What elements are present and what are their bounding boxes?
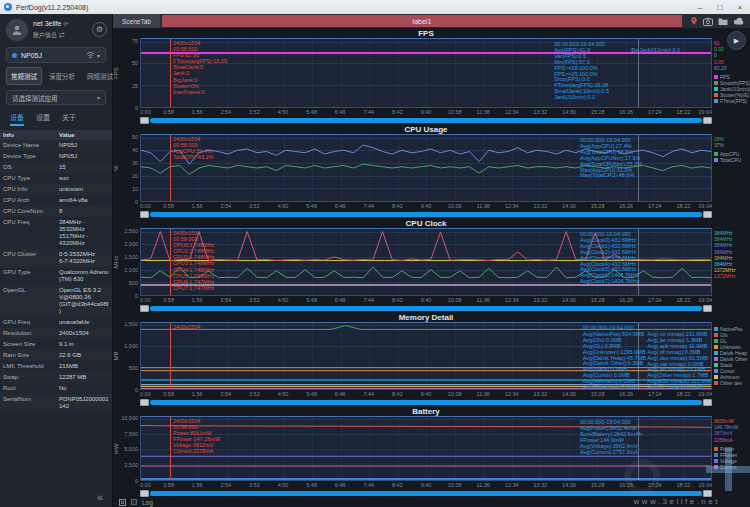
scrollbar-grip-left[interactable] <box>140 305 149 312</box>
legend-item[interactable]: Other dev <box>714 380 749 386</box>
x-tick-label: 12:34 <box>505 203 519 209</box>
pin-icon[interactable] <box>690 16 698 26</box>
x-tick-label: 17:24 <box>648 109 662 115</box>
table-row[interactable]: CPU CoreNum8 <box>0 206 112 217</box>
minimize-button[interactable]: – <box>690 0 710 14</box>
scrollbar-grip-left[interactable] <box>140 211 149 218</box>
user-name: net 3elife <box>33 20 61 27</box>
scrollbar-grip-right[interactable] <box>703 490 712 497</box>
y-tick-label: 0 <box>135 199 138 205</box>
legend-item[interactable]: FTime(FPS) <box>714 98 749 104</box>
legend-swatch <box>714 327 718 331</box>
table-row[interactable]: SerialNumPDNP05J2000001142 <box>0 394 112 412</box>
tab-about[interactable]: 关于 <box>62 112 76 126</box>
table-row[interactable]: OpenGLOpenGL ES 3.2 V@0800.36 (GIT@d3b44… <box>0 285 112 317</box>
table-row[interactable]: CPU Infounknown <box>0 184 112 195</box>
plot-area-cpu[interactable]: 2400x150400:58.000AppCPU:29.4%TotalCPU:4… <box>140 134 712 202</box>
sidebar-collapse-button[interactable]: « <box>97 492 103 502</box>
log-label: Log <box>142 499 153 506</box>
x-tick-label: 7:44 <box>363 297 374 303</box>
window-controls: – □ × <box>690 0 750 14</box>
expand-icon[interactable] <box>119 499 126 506</box>
x-tick-label: 5:48 <box>306 109 317 115</box>
x-tick-label: 7:44 <box>363 109 374 115</box>
scrollbar-grip-left[interactable] <box>140 490 149 497</box>
x-tick-label: 19:04 <box>698 203 712 209</box>
table-row[interactable]: RootNo <box>0 383 112 394</box>
scrollbar-grip-left[interactable] <box>140 117 149 124</box>
log-checkbox[interactable] <box>131 499 137 505</box>
table-row[interactable]: Resolution2400x1504 <box>0 328 112 339</box>
plot-area-fps[interactable]: 2400x150400:58.500FPS:61.95FTime(avgFPS)… <box>140 38 712 108</box>
scene-tab[interactable]: SceneTab <box>113 14 160 28</box>
scrollbar-track[interactable] <box>150 400 702 405</box>
refresh-icon[interactable]: ⟳ <box>63 21 68 27</box>
device-selector[interactable]: NP05J ▾ <box>6 47 106 63</box>
tab-settings[interactable]: 设置 <box>36 112 50 126</box>
scene-label-bar[interactable]: label1 <box>162 15 682 27</box>
x-tick-label: 10:38 <box>448 203 462 209</box>
scrollbar-track[interactable] <box>150 306 702 311</box>
table-row[interactable]: Device NameNP05J <box>0 140 112 151</box>
table-row[interactable]: Swap12287 MB <box>0 372 112 383</box>
legend-item[interactable]: TotalCPU <box>714 157 749 163</box>
tab-deep-analysis[interactable]: 深度分析 <box>44 67 80 85</box>
plot-area-clock[interactable]: 2400x150400:58.000CPU0:1,748MHzCPU1:1,74… <box>140 228 712 296</box>
screenshot-icon[interactable] <box>703 17 713 26</box>
maximize-button[interactable]: □ <box>710 0 730 14</box>
cell-value: Qualcomm Adreno (TM) 830 <box>56 267 112 285</box>
table-header-row: Info Value <box>0 130 112 140</box>
scrollbar-grip-left[interactable] <box>140 399 149 406</box>
table-row[interactable]: CPU Freq384MHz - 3532MHz 1517MHz - 4320M… <box>0 217 112 249</box>
close-button[interactable]: × <box>730 0 750 14</box>
legend-label: TotalCPU <box>720 157 741 163</box>
table-row[interactable]: Ram Size22.6 GB <box>0 350 112 361</box>
range-scrollbar <box>140 489 712 497</box>
x-tick-label: 18:22 <box>677 297 691 303</box>
x-tick-label: 2:54 <box>220 482 231 488</box>
table-row[interactable]: OS15 <box>0 162 112 173</box>
chart-cpu: %50403020100CPU Usage2400x150400:58.000A… <box>113 124 750 218</box>
scrollbar-track[interactable] <box>150 118 702 123</box>
table-row[interactable]: CPU Archarm64-v8a <box>0 195 112 206</box>
y-tick-label: 500 <box>129 365 138 371</box>
settings-gear-button[interactable]: ⚙ <box>92 22 107 37</box>
x-tick-label: 19:04 <box>698 391 712 397</box>
cell-key: SerialNum <box>0 394 56 412</box>
range-scrollbar <box>140 116 712 124</box>
table-row[interactable]: Device TypeNP05J <box>0 151 112 162</box>
table-row[interactable]: GPU Frequnavailable <box>0 317 112 328</box>
stat-line: Avg(Current):2757.3mA <box>580 450 642 456</box>
table-row[interactable]: Screen Size9.1 in <box>0 339 112 350</box>
x-tick-label: 0:58 <box>163 203 174 209</box>
legend-label: FTime(FPS) <box>720 98 747 104</box>
range-stats: 00:00.000-19:04.000Avg(FPS):61.9Var(FPS)… <box>554 42 609 101</box>
legend-swatch <box>714 333 718 337</box>
scrollbar-grip-right[interactable] <box>703 399 712 406</box>
table-row[interactable]: LMK Threshold216MB <box>0 361 112 372</box>
table-row[interactable]: GPU TypeQualcomm Adreno (TM) 830 <box>0 267 112 285</box>
table-row[interactable]: CPU Cluster0-5:3532MHz 6-7:4320MHz <box>0 249 112 267</box>
tab-device[interactable]: 设备 <box>10 112 24 126</box>
account-info-row[interactable]: 账户信息 ⇄ <box>33 30 68 39</box>
switch-account-icon[interactable]: ⇄ <box>59 32 65 38</box>
scrollbar-track[interactable] <box>150 212 702 217</box>
avatar[interactable] <box>6 19 28 41</box>
x-tick-label: 16:26 <box>619 391 633 397</box>
scrollbar-grip-right[interactable] <box>703 305 712 312</box>
plot-area-memory[interactable]: 2400x150400:00.000-19:04.000Avg(NativePs… <box>140 322 712 390</box>
y-axis-unit: % <box>113 165 119 170</box>
x-tick-label: 16:26 <box>619 203 633 209</box>
table-row[interactable]: CPU Typesun <box>0 173 112 184</box>
cloud-icon[interactable] <box>733 17 744 25</box>
legend-swatch <box>714 381 718 385</box>
play-button[interactable]: ▶ <box>727 31 746 50</box>
legend-swatch <box>714 87 718 91</box>
tab-regular-test[interactable]: 常规测试 <box>6 67 42 85</box>
folder-icon[interactable] <box>718 17 728 26</box>
app-select-dropdown[interactable]: 请选择测试应用 ▾ <box>6 90 106 105</box>
current-values: 384MHz384MHz384MHz384MHz384MHz384MHz1372… <box>714 230 749 280</box>
scrollbar-grip-right[interactable] <box>703 117 712 124</box>
scrollbar-track[interactable] <box>150 491 702 496</box>
scrollbar-grip-right[interactable] <box>703 211 712 218</box>
